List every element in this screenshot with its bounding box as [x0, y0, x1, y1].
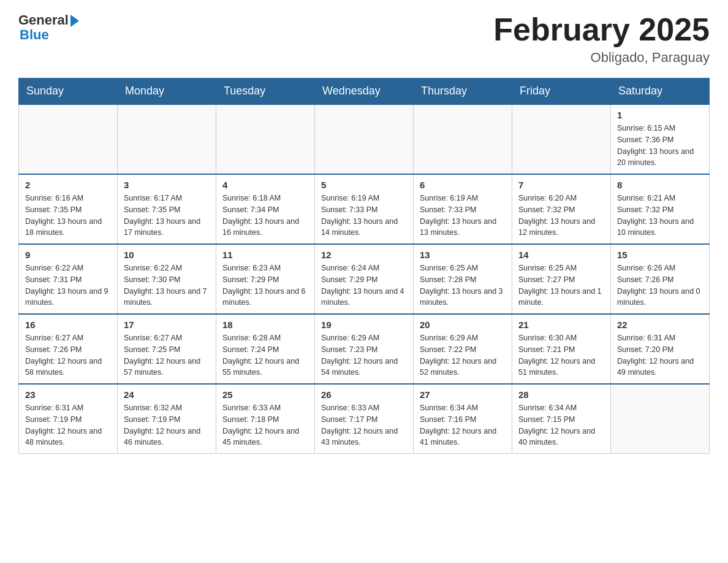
- day-number: 22: [617, 320, 703, 330]
- day-number: 10: [124, 250, 210, 260]
- calendar-cell: 7Sunrise: 6:20 AMSunset: 7:32 PMDaylight…: [512, 174, 611, 244]
- day-info: Sunrise: 6:33 AMSunset: 7:17 PMDaylight:…: [321, 402, 407, 448]
- calendar-week-3: 9Sunrise: 6:22 AMSunset: 7:31 PMDaylight…: [19, 244, 710, 314]
- day-number: 19: [321, 320, 407, 330]
- day-info: Sunrise: 6:25 AMSunset: 7:27 PMDaylight:…: [518, 262, 604, 308]
- day-number: 21: [518, 320, 604, 330]
- day-info: Sunrise: 6:17 AMSunset: 7:35 PMDaylight:…: [124, 193, 210, 239]
- calendar-cell: 13Sunrise: 6:25 AMSunset: 7:28 PMDayligh…: [414, 244, 512, 314]
- day-info: Sunrise: 6:26 AMSunset: 7:26 PMDaylight:…: [617, 262, 703, 308]
- day-info: Sunrise: 6:19 AMSunset: 7:33 PMDaylight:…: [321, 193, 407, 239]
- calendar-cell: 24Sunrise: 6:32 AMSunset: 7:19 PMDayligh…: [118, 384, 216, 454]
- day-header-saturday: Saturday: [611, 79, 710, 105]
- calendar-cell: [611, 384, 710, 454]
- calendar-cell: 14Sunrise: 6:25 AMSunset: 7:27 PMDayligh…: [512, 244, 611, 314]
- logo-blue-text: Blue: [20, 27, 49, 43]
- calendar-cell: 3Sunrise: 6:17 AMSunset: 7:35 PMDaylight…: [118, 174, 216, 244]
- day-number: 9: [25, 250, 111, 260]
- day-info: Sunrise: 6:34 AMSunset: 7:15 PMDaylight:…: [518, 402, 604, 448]
- calendar-week-4: 16Sunrise: 6:27 AMSunset: 7:26 PMDayligh…: [19, 314, 710, 384]
- day-number: 14: [518, 250, 604, 260]
- days-of-week-row: SundayMondayTuesdayWednesdayThursdayFrid…: [19, 79, 710, 105]
- day-info: Sunrise: 6:15 AMSunset: 7:36 PMDaylight:…: [617, 123, 703, 169]
- day-info: Sunrise: 6:19 AMSunset: 7:33 PMDaylight:…: [420, 193, 506, 239]
- location-text: Obligado, Paraguay: [493, 50, 710, 66]
- calendar-cell: 25Sunrise: 6:33 AMSunset: 7:18 PMDayligh…: [216, 384, 315, 454]
- day-info: Sunrise: 6:23 AMSunset: 7:29 PMDaylight:…: [222, 262, 308, 308]
- day-number: 24: [124, 389, 210, 400]
- calendar-cell: 5Sunrise: 6:19 AMSunset: 7:33 PMDaylight…: [315, 174, 414, 244]
- day-number: 25: [222, 389, 308, 400]
- calendar-cell: [216, 104, 315, 174]
- calendar-cell: [19, 104, 118, 174]
- day-number: 16: [25, 320, 111, 330]
- day-info: Sunrise: 6:27 AMSunset: 7:25 PMDaylight:…: [124, 332, 210, 378]
- day-info: Sunrise: 6:22 AMSunset: 7:30 PMDaylight:…: [124, 262, 210, 308]
- calendar-cell: 15Sunrise: 6:26 AMSunset: 7:26 PMDayligh…: [611, 244, 710, 314]
- day-info: Sunrise: 6:16 AMSunset: 7:35 PMDaylight:…: [25, 193, 111, 239]
- calendar-cell: 22Sunrise: 6:31 AMSunset: 7:20 PMDayligh…: [611, 314, 710, 384]
- calendar-cell: 8Sunrise: 6:21 AMSunset: 7:32 PMDaylight…: [611, 174, 710, 244]
- day-info: Sunrise: 6:31 AMSunset: 7:20 PMDaylight:…: [617, 332, 703, 378]
- day-info: Sunrise: 6:29 AMSunset: 7:23 PMDaylight:…: [321, 332, 407, 378]
- day-info: Sunrise: 6:31 AMSunset: 7:19 PMDaylight:…: [25, 402, 111, 448]
- calendar-body: 1Sunrise: 6:15 AMSunset: 7:36 PMDaylight…: [19, 104, 710, 454]
- day-info: Sunrise: 6:22 AMSunset: 7:31 PMDaylight:…: [25, 262, 111, 308]
- day-header-wednesday: Wednesday: [315, 79, 414, 105]
- calendar-header: SundayMondayTuesdayWednesdayThursdayFrid…: [19, 79, 710, 105]
- day-info: Sunrise: 6:27 AMSunset: 7:26 PMDaylight:…: [25, 332, 111, 378]
- day-header-thursday: Thursday: [414, 79, 512, 105]
- day-number: 27: [420, 389, 506, 400]
- calendar-cell: 12Sunrise: 6:24 AMSunset: 7:29 PMDayligh…: [315, 244, 414, 314]
- calendar-cell: 17Sunrise: 6:27 AMSunset: 7:25 PMDayligh…: [118, 314, 216, 384]
- logo-triangle-icon: [70, 15, 79, 27]
- day-header-monday: Monday: [118, 79, 216, 105]
- calendar-cell: 23Sunrise: 6:31 AMSunset: 7:19 PMDayligh…: [19, 384, 118, 454]
- day-info: Sunrise: 6:29 AMSunset: 7:22 PMDaylight:…: [420, 332, 506, 378]
- day-header-sunday: Sunday: [19, 79, 118, 105]
- page-header: General Blue February 2025 Obligado, Par…: [18, 12, 710, 66]
- calendar-cell: [118, 104, 216, 174]
- day-number: 6: [420, 180, 506, 190]
- calendar-cell: [315, 104, 414, 174]
- calendar-cell: 2Sunrise: 6:16 AMSunset: 7:35 PMDaylight…: [19, 174, 118, 244]
- day-number: 1: [617, 110, 703, 120]
- calendar-cell: 18Sunrise: 6:28 AMSunset: 7:24 PMDayligh…: [216, 314, 315, 384]
- logo-general-text: General: [18, 12, 69, 28]
- calendar-cell: 10Sunrise: 6:22 AMSunset: 7:30 PMDayligh…: [118, 244, 216, 314]
- day-number: 23: [25, 389, 111, 400]
- day-number: 13: [420, 250, 506, 260]
- day-info: Sunrise: 6:28 AMSunset: 7:24 PMDaylight:…: [222, 332, 308, 378]
- calendar-week-5: 23Sunrise: 6:31 AMSunset: 7:19 PMDayligh…: [19, 384, 710, 454]
- day-number: 4: [222, 180, 308, 190]
- title-section: February 2025 Obligado, Paraguay: [493, 12, 710, 66]
- day-number: 20: [420, 320, 506, 330]
- day-header-friday: Friday: [512, 79, 611, 105]
- day-info: Sunrise: 6:18 AMSunset: 7:34 PMDaylight:…: [222, 193, 308, 239]
- month-title: February 2025: [493, 12, 710, 47]
- calendar-cell: 28Sunrise: 6:34 AMSunset: 7:15 PMDayligh…: [512, 384, 611, 454]
- day-number: 7: [518, 180, 604, 190]
- day-header-tuesday: Tuesday: [216, 79, 315, 105]
- calendar-cell: [414, 104, 512, 174]
- day-info: Sunrise: 6:20 AMSunset: 7:32 PMDaylight:…: [518, 193, 604, 239]
- calendar-cell: 9Sunrise: 6:22 AMSunset: 7:31 PMDaylight…: [19, 244, 118, 314]
- calendar-cell: 27Sunrise: 6:34 AMSunset: 7:16 PMDayligh…: [414, 384, 512, 454]
- day-number: 28: [518, 389, 604, 400]
- calendar-cell: 1Sunrise: 6:15 AMSunset: 7:36 PMDaylight…: [611, 104, 710, 174]
- logo: General Blue: [18, 12, 79, 43]
- day-number: 17: [124, 320, 210, 330]
- day-number: 26: [321, 389, 407, 400]
- day-info: Sunrise: 6:24 AMSunset: 7:29 PMDaylight:…: [321, 262, 407, 308]
- day-number: 12: [321, 250, 407, 260]
- day-info: Sunrise: 6:21 AMSunset: 7:32 PMDaylight:…: [617, 193, 703, 239]
- calendar-cell: 21Sunrise: 6:30 AMSunset: 7:21 PMDayligh…: [512, 314, 611, 384]
- day-number: 15: [617, 250, 703, 260]
- calendar-cell: 19Sunrise: 6:29 AMSunset: 7:23 PMDayligh…: [315, 314, 414, 384]
- day-number: 11: [222, 250, 308, 260]
- calendar-week-1: 1Sunrise: 6:15 AMSunset: 7:36 PMDaylight…: [19, 104, 710, 174]
- calendar-cell: 11Sunrise: 6:23 AMSunset: 7:29 PMDayligh…: [216, 244, 315, 314]
- day-number: 8: [617, 180, 703, 190]
- calendar-cell: 16Sunrise: 6:27 AMSunset: 7:26 PMDayligh…: [19, 314, 118, 384]
- day-number: 2: [25, 180, 111, 190]
